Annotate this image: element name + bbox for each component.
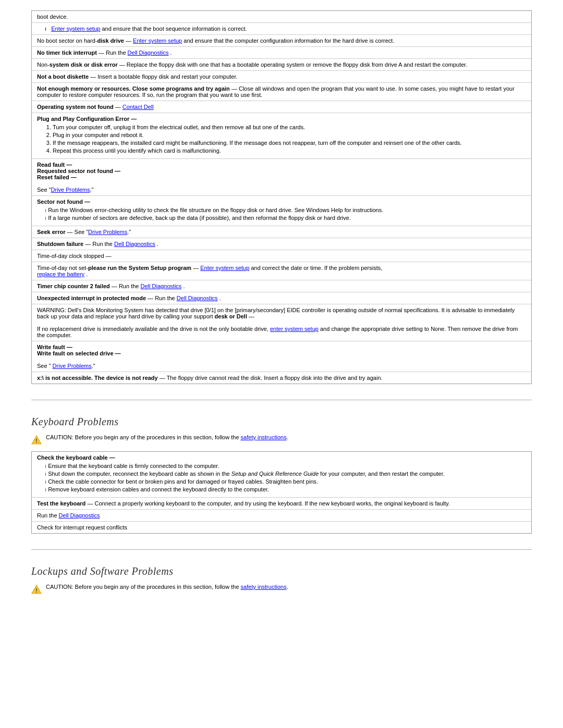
unexpected-text: — Run the	[148, 295, 177, 301]
sector-not-found-label: Sector not found —	[37, 199, 90, 205]
row-enter-system-setup: ı Enter system setup and ensure that the…	[32, 23, 531, 35]
safety-instructions-link2[interactable]: safety instructions	[241, 584, 287, 590]
row-seek-error: Seek error — See "Drive Problems."	[32, 226, 531, 238]
row-check-interrupt: Check for interrupt request conflicts	[32, 522, 531, 533]
timer-chip-label: Timer chip counter 2 failed	[37, 283, 110, 289]
kb-cable-item2: Shut down the computer, reconnect the ke…	[45, 471, 526, 477]
shutdown-text: — Run the	[85, 241, 114, 247]
test-keyboard-label: Test the keyboard	[37, 500, 85, 507]
row-time-of-day-not-set: Time-of-day not set-please run the Syste…	[32, 262, 531, 280]
warning-text: WARNING: Dell's Disk Monitoring System h…	[37, 307, 515, 319]
check-kb-cable-label: Check the keyboard cable —	[37, 454, 115, 461]
check-interrupt-text: Check for interrupt request conflicts	[37, 524, 127, 530]
dell-diag-link5[interactable]: Dell Diagnostics	[59, 512, 100, 519]
drive-problems-link2[interactable]: Drive Problems	[88, 229, 127, 235]
row-test-keyboard: Test the keyboard — Connect a properly w…	[32, 498, 531, 510]
sector-item1: Run the Windows error-checking utility t…	[45, 207, 526, 213]
check-kb-cable-list: Ensure that the keyboard cable is firmly…	[37, 463, 526, 492]
seek-error-text2: ."	[127, 229, 131, 235]
see-drive-problems2b: ."	[92, 363, 95, 369]
row-unexpected-interrupt: Unexpected interrupt in protected mode —…	[32, 292, 531, 304]
row-non-system: Non-system disk or disk error — Replace …	[32, 59, 531, 71]
row-plug-and-play: Plug and Play Configuration Error — Turn…	[32, 113, 531, 159]
unexpected-interrupt-label: Unexpected interrupt in protected mode	[37, 295, 146, 301]
enter-setup-link2[interactable]: Enter system setup	[133, 38, 182, 44]
not-enough-label: Not enough memory or resources. Close so…	[37, 85, 230, 92]
disk-errors-table: boot device. ı Enter system setup and en…	[31, 10, 532, 384]
dell-diag-link3[interactable]: Dell Diagnostics	[140, 283, 181, 289]
keyboard-table: Check the keyboard cable — Ensure that t…	[31, 451, 532, 534]
unexpected-period: .	[219, 295, 221, 301]
drive-problems-link3[interactable]: Drive Problems	[53, 363, 92, 369]
boot-device-text: boot device.	[37, 14, 68, 20]
see-drive-problems1: See "	[37, 187, 51, 193]
time-not-set-text: Time-of-day not set-please run the Syste…	[37, 265, 200, 271]
no-boot-text2: and ensure that the computer configurati…	[183, 38, 394, 44]
section-divider2	[31, 549, 532, 550]
kb-cable-item1: Ensure that the keyboard cable is firmly…	[45, 463, 526, 469]
x-not-accessible-label: x:\ is not accessible. The device is not…	[37, 375, 158, 381]
row-not-boot-diskette: Not a boot diskette — Insert a bootable …	[32, 71, 531, 83]
no-timer-text: — Run the	[99, 50, 128, 56]
row-boot-device: boot device.	[32, 11, 531, 23]
see-drive-problems1b: ."	[90, 187, 94, 193]
row-sector-not-found: Sector not found — Run the Windows error…	[32, 196, 531, 226]
safety-instructions-link1[interactable]: safety instructions	[241, 434, 287, 440]
requested-sector-label: Requested sector not found —	[37, 168, 120, 174]
time-not-set-period: .	[86, 271, 88, 277]
svg-text:!: !	[35, 438, 37, 444]
not-boot-label: Not a boot diskette	[37, 73, 89, 80]
drive-problems-link1[interactable]: Drive Problems	[51, 187, 90, 193]
row-x-not-accessible: x:\ is not accessible. The device is not…	[32, 372, 531, 384]
row-write-fault: Write fault — Write fault on selected dr…	[32, 341, 531, 372]
plug-play-label: Plug and Play Configuration Error —	[37, 116, 137, 122]
row-time-of-day-stopped: Time-of-day clock stopped —	[32, 250, 531, 262]
dell-diag-link1[interactable]: Dell Diagnostics	[128, 50, 169, 56]
row-os-not-found: Operating system not found — Contact Del…	[32, 101, 531, 113]
run-diag-text: Run the	[37, 512, 59, 519]
shutdown-failure-label: Shutdown failure	[37, 241, 83, 247]
sector-item2: If a large number of sectors are defecti…	[45, 215, 526, 221]
enter-setup-link3[interactable]: Enter system setup	[200, 265, 249, 271]
bullet-marker: ı	[45, 26, 50, 32]
plug-play-item1: Turn your computer off, unplug it from t…	[53, 124, 526, 130]
no-boot-text: No boot sector on hard-disk drive —	[37, 38, 133, 44]
dell-diag-link4[interactable]: Dell Diagnostics	[177, 295, 218, 301]
plug-play-list: Turn your computer off, unplug it from t…	[37, 124, 526, 154]
no-timer-period: .	[170, 50, 172, 56]
non-system-text: Non-system disk or disk error — Replace …	[37, 61, 467, 68]
kb-cable-item4: Remove keyboard extension cables and con…	[45, 486, 526, 492]
row-no-boot-sector: No boot sector on hard-disk drive — Ente…	[32, 35, 531, 47]
timer-chip-text: — Run the	[112, 283, 141, 289]
replace-battery-link[interactable]: replace the battery	[37, 271, 84, 277]
row-no-timer: No timer tick interrupt — Run the Dell D…	[32, 47, 531, 59]
write-fault-selected-label: Write fault on selected drive —	[37, 350, 121, 356]
enter-system-setup-link[interactable]: Enter system setup	[51, 26, 100, 32]
write-fault-label: Write fault —	[37, 344, 72, 350]
row-timer-chip: Timer chip counter 2 failed — Run the De…	[32, 280, 531, 292]
keyboard-problems-heading: Keyboard Problems	[31, 416, 532, 428]
row-read-fault: Read fault — Requested sector not found …	[32, 159, 531, 196]
shutdown-period: .	[157, 241, 158, 247]
no-timer-label: No timer tick interrupt	[37, 50, 97, 56]
keyboard-caution: ! CAUTION: Before you begin any of the p…	[31, 434, 532, 445]
contact-dell-link[interactable]: Contact Dell	[123, 104, 154, 110]
plug-play-item4: Repeat this process until you identify w…	[53, 147, 526, 154]
os-not-found-label: Operating system not found	[37, 104, 114, 110]
enter-setup-link4[interactable]: enter system setup	[270, 326, 319, 332]
no-replacement-text: If no replacement drive is immediately a…	[37, 326, 270, 332]
row-shutdown-failure: Shutdown failure — Run the Dell Diagnost…	[32, 238, 531, 250]
keyboard-caution-text: CAUTION: Before you begin any of the pro…	[46, 434, 288, 440]
lockups-heading: Lockups and Software Problems	[31, 565, 532, 577]
read-fault-label: Read fault —	[37, 162, 72, 168]
time-not-set-text2: and correct the date or time. If the pro…	[251, 265, 382, 271]
x-not-accessible-text: — The floppy drive cannot read the disk.…	[160, 375, 383, 381]
reset-failed-label: Reset failed —	[37, 174, 77, 180]
dell-diag-link2[interactable]: Dell Diagnostics	[114, 241, 155, 247]
row-run-diagnostics: Run the Dell Diagnostics	[32, 510, 531, 522]
plug-play-item3: If the message reappears, the installed …	[53, 140, 526, 146]
section-divider1	[31, 400, 532, 400]
test-keyboard-text: — Connect a properly working keyboard to…	[87, 500, 450, 507]
lockups-caution: ! CAUTION: Before you begin any of the p…	[31, 584, 532, 595]
caution-icon2: !	[31, 584, 42, 595]
